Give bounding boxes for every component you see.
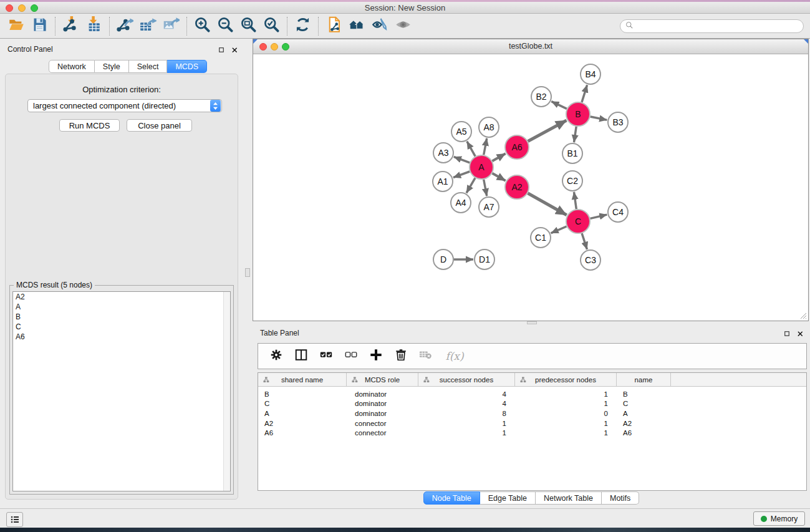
float-panel-icon[interactable]	[783, 329, 791, 340]
node-D1[interactable]: D1	[475, 249, 494, 269]
node-A6[interactable]: A6	[505, 135, 529, 159]
settings-gear-button[interactable]	[268, 348, 284, 364]
edge-A6-B[interactable]	[528, 120, 567, 142]
cell-name[interactable]: C	[617, 400, 671, 407]
cell-successor-nodes[interactable]: 4	[418, 390, 515, 398]
cell-shared-name[interactable]: A6	[258, 429, 347, 437]
tab-mcds[interactable]: MCDS	[167, 60, 207, 73]
bird-eye-view-button[interactable]	[392, 16, 415, 36]
cell-successor-nodes[interactable]: 8	[418, 410, 515, 417]
close-panel-button[interactable]: Close panel	[127, 119, 192, 132]
edge-A-A3[interactable]	[454, 157, 470, 163]
run-mcds-button[interactable]: Run MCDS	[59, 119, 120, 132]
column-layout-button[interactable]	[293, 348, 309, 364]
node-A7[interactable]: A7	[479, 197, 499, 217]
tab-network[interactable]: Network	[49, 60, 95, 73]
edge-C-C3[interactable]	[582, 233, 587, 249]
search-box[interactable]	[620, 19, 804, 33]
edge-A-A5[interactable]	[467, 142, 475, 157]
save-session-button[interactable]	[28, 16, 51, 36]
node-A8[interactable]: A8	[479, 117, 499, 137]
cell-successor-nodes[interactable]: 1	[418, 429, 515, 437]
cell-name[interactable]: A2	[617, 420, 671, 427]
close-panel-icon[interactable]	[231, 45, 238, 56]
tab-node-table[interactable]: Node Table	[423, 491, 480, 505]
mcds-result-item[interactable]: A6	[13, 332, 230, 342]
cell-predecessor-nodes[interactable]: 1	[515, 390, 617, 398]
cell-shared-name[interactable]: A2	[258, 420, 347, 427]
edge-A-A7[interactable]	[484, 180, 487, 196]
export-image-button[interactable]	[160, 16, 183, 36]
result-list-scrollbar[interactable]	[223, 292, 230, 491]
cell-name[interactable]: B	[617, 390, 671, 398]
tab-motifs[interactable]: Motifs	[602, 491, 639, 505]
unselect-all-columns-button[interactable]	[343, 348, 359, 364]
node-A2[interactable]: A2	[505, 175, 529, 199]
node-A1[interactable]: A1	[433, 172, 453, 191]
tab-edge-table[interactable]: Edge Table	[480, 491, 536, 505]
node-B1[interactable]: B1	[562, 143, 582, 163]
edge-B-B3[interactable]	[591, 117, 607, 120]
zoom-out-button[interactable]	[214, 16, 237, 36]
cell-successor-nodes[interactable]: 1	[418, 420, 515, 427]
search-input[interactable]	[637, 21, 803, 32]
show-graphics-details-button[interactable]	[369, 16, 392, 36]
cell-name[interactable]: A	[617, 410, 671, 417]
table-row-A[interactable]: Adominator80A	[258, 409, 806, 418]
apply-layout-button[interactable]	[291, 16, 314, 36]
column-header-name[interactable]: name	[617, 373, 671, 386]
cell-name[interactable]: A6	[617, 429, 671, 437]
zoom-selected-button[interactable]	[260, 16, 283, 36]
task-history-button[interactable]	[6, 512, 23, 527]
cell-shared-name[interactable]: C	[258, 400, 347, 407]
network-window-titlebar[interactable]: testGlobe.txt	[253, 39, 808, 54]
node-C4[interactable]: C4	[608, 202, 628, 222]
resize-grip[interactable]	[799, 312, 807, 319]
table-row-B[interactable]: Bdominator41B	[258, 389, 806, 399]
edge-B-B4[interactable]	[582, 85, 587, 102]
close-panel-icon[interactable]	[796, 329, 804, 340]
cell-successor-nodes[interactable]: 4	[418, 400, 515, 407]
cell-MCDS-role[interactable]: dominator	[347, 400, 418, 407]
edge-B-B2[interactable]	[551, 102, 567, 109]
mcds-result-item[interactable]: B	[13, 312, 230, 322]
import-table-button[interactable]	[82, 16, 105, 36]
node-A3[interactable]: A3	[433, 143, 453, 163]
edge-C-C1[interactable]	[551, 226, 567, 233]
criterion-dropdown[interactable]: largest connected component (directed)	[27, 99, 222, 112]
column-header-shared-name[interactable]: shared name	[258, 373, 347, 386]
edge-B-B1[interactable]	[574, 127, 577, 142]
node-A5[interactable]: A5	[451, 122, 471, 142]
cell-shared-name[interactable]: B	[258, 390, 347, 398]
edge-A2-C[interactable]	[528, 193, 566, 215]
edge-A-A6[interactable]	[492, 153, 505, 161]
tab-network-table[interactable]: Network Table	[536, 491, 602, 505]
splitter-handle[interactable]	[245, 268, 250, 277]
node-C[interactable]: C	[566, 210, 590, 233]
zoom-in-button[interactable]	[191, 16, 214, 36]
home-view-button[interactable]	[345, 16, 369, 36]
export-table-button[interactable]	[137, 16, 160, 36]
node-C1[interactable]: C1	[531, 228, 551, 248]
mcds-result-item[interactable]: A	[13, 302, 230, 312]
cell-MCDS-role[interactable]: dominator	[347, 410, 418, 417]
cell-predecessor-nodes[interactable]: 1	[515, 400, 617, 407]
node-C2[interactable]: C2	[562, 171, 582, 191]
cell-shared-name[interactable]: A	[258, 410, 347, 417]
zoom-fit-button[interactable]	[237, 16, 260, 36]
new-network-from-selection-button[interactable]	[322, 16, 345, 36]
column-header-successor-nodes[interactable]: successor nodes	[418, 373, 515, 386]
node-B3[interactable]: B3	[608, 112, 628, 132]
column-header-MCDS-role[interactable]: MCDS role	[347, 373, 418, 386]
cell-predecessor-nodes[interactable]: 0	[515, 410, 617, 417]
mcds-result-item[interactable]: C	[13, 322, 230, 332]
network-canvas[interactable]: B4B2BB3A8A5A6A3B1AA1C2A2A4A7C4CC1C3DD1	[253, 54, 808, 321]
node-B2[interactable]: B2	[531, 87, 551, 107]
edge-A-A8[interactable]	[484, 138, 487, 155]
edge-A-A4[interactable]	[466, 178, 475, 193]
memory-button[interactable]: Memory	[753, 511, 805, 526]
column-header-predecessor-nodes[interactable]: predecessor nodes	[515, 373, 617, 386]
edge-C-C2[interactable]	[574, 192, 577, 209]
mcds-result-item[interactable]: A2	[13, 292, 230, 302]
table-row-A2[interactable]: A2connector11A2	[258, 418, 806, 428]
